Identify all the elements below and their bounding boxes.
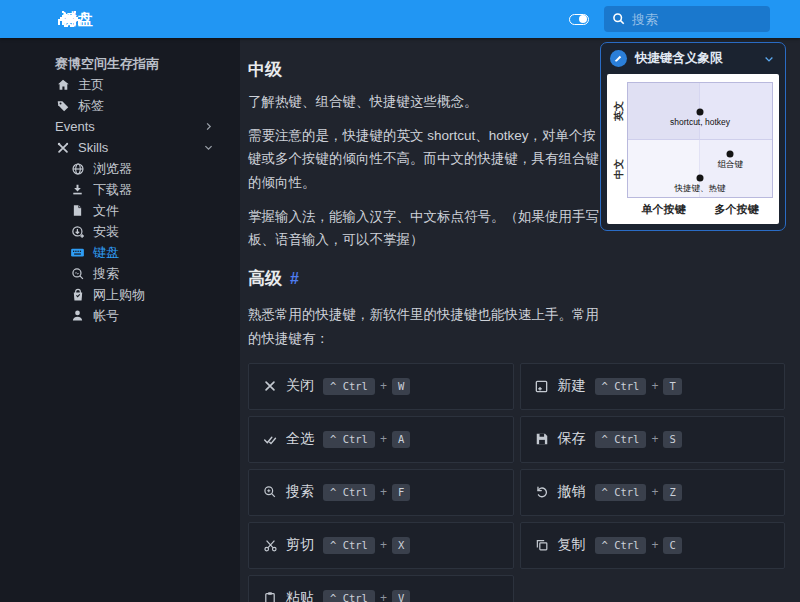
y-axis: 英文 中文 [611,82,627,198]
page-title: 键盘 [62,10,94,29]
tools-icon [55,140,70,155]
sidebar-item-label: 浏览器 [93,160,214,178]
plus-sign: + [651,485,658,499]
app-logo-invader-icon[interactable] [0,11,24,27]
chevron-down-icon[interactable] [763,53,775,65]
point-dot [697,108,704,115]
magnifier-icon [70,266,85,281]
kbd-ctrl: ^ Ctrl [323,484,375,501]
person-icon [70,308,85,323]
shortcut-label: 全选 [286,430,314,448]
x-axis: 单个按键 多个按键 [611,198,773,220]
shortcut-card-copy: 复制 ^ Ctrl + C [520,522,786,569]
kbd-letter: X [392,537,410,554]
search-icon [612,12,626,26]
sidebar-item-label: Skills [78,140,203,155]
sidebar-item-events[interactable]: Events [0,116,240,137]
quadrant-panel-title: 快捷键含义象限 [635,50,763,67]
kbd-ctrl: ^ Ctrl [595,537,647,554]
sidebar-item-label: 下载器 [93,181,214,199]
sidebar-item-keyboard[interactable]: 键盘 [0,242,240,263]
shortcut-label: 保存 [558,430,586,448]
sidebar-item-install[interactable]: 安装 [0,221,240,242]
search-input[interactable] [632,12,762,27]
shortcut-label: 复制 [558,536,586,554]
plus-sign: + [380,538,387,552]
shortcut-label: 粘贴 [286,589,314,602]
y-axis-label-top: 英文 [612,101,626,121]
chevron-down-icon [203,142,214,153]
kbd-ctrl: ^ Ctrl [595,378,647,395]
kbd-letter: S [663,431,681,448]
kbd-ctrl: ^ Ctrl [323,431,375,448]
sidebar-item-downloader[interactable]: 下载器 [0,179,240,200]
sidebar-item-label: 标签 [78,97,214,115]
kbd-letter: V [392,590,410,602]
tag-icon [55,98,70,113]
data-point: shortcut, hotkey [697,108,704,115]
quadrant-plot-area: shortcut, hotkey 组合键 快捷键、热键 [627,82,773,198]
kbd-ctrl: ^ Ctrl [595,484,647,501]
point-label: 快捷键、热键 [675,182,726,194]
new-window-icon [534,378,550,394]
shortcut-label: 撤销 [558,483,586,501]
quadrant-top-left [628,83,700,140]
paragraph: 熟悉常用的快捷键，新软件里的快捷键也能快速上手。常用的快捷键有： [248,303,600,349]
kbd-letter: C [663,537,681,554]
plus-sign: + [651,379,658,393]
scissors-icon [262,537,278,553]
chevron-right-icon [203,121,214,132]
sidebar-item-files[interactable]: 文件 [0,200,240,221]
sidebar-item-search[interactable]: 搜索 [0,263,240,284]
x-axis-label-right: 多个按键 [700,202,773,217]
heading-anchor-link[interactable]: # [290,270,299,287]
quadrant-panel-header[interactable]: 快捷键含义象限 [601,43,785,74]
shortcut-card-new: 新建 ^ Ctrl + T [520,363,786,410]
kbd-ctrl: ^ Ctrl [595,431,647,448]
home-icon [55,77,70,92]
theme-toggle[interactable] [569,14,589,25]
point-label: 组合键 [717,158,743,170]
sidebar-item-shopping[interactable]: 网上购物 [0,284,240,305]
sidebar-item-home[interactable]: 主页 [0,74,240,95]
data-point: 快捷键、热键 [697,174,704,181]
shopping-bag-icon [70,287,85,302]
sidebar-item-label: 帐号 [93,307,214,325]
sidebar-item-label: Events [55,119,203,134]
quadrant-panel-body: 英文 中文 shortcut, hotkey 组合键 [601,74,785,230]
undo-icon [534,484,550,500]
sidebar-item-label: 文件 [93,202,214,220]
heading-text: 高级 [248,269,282,288]
quadrant-chart: 英文 中文 shortcut, hotkey 组合键 [607,74,779,224]
keyboard-icon [70,245,85,260]
x-axis-label-left: 单个按键 [627,202,700,217]
shortcut-card-select-all: 全选 ^ Ctrl + A [248,416,514,463]
shortcut-card-paste: 粘贴 ^ Ctrl + V [248,575,514,602]
shortcut-label: 新建 [558,377,586,395]
app-header: 键盘 [0,0,800,38]
plus-sign: + [380,485,387,499]
close-icon [262,378,278,394]
shortcut-card-save: 保存 ^ Ctrl + S [520,416,786,463]
sidebar-item-browser[interactable]: 浏览器 [0,158,240,179]
kbd-ctrl: ^ Ctrl [323,537,375,554]
point-dot [727,150,734,157]
point-label: shortcut, hotkey [670,116,730,126]
data-point: 组合键 [727,150,734,157]
point-dot [697,174,704,181]
shortcut-label: 关闭 [286,377,314,395]
shortcut-card-undo: 撤销 ^ Ctrl + Z [520,469,786,516]
sidebar-item-account[interactable]: 帐号 [0,305,240,326]
shortcut-card-close: 关闭 ^ Ctrl + W [248,363,514,410]
plus-sign: + [380,379,387,393]
kbd-letter: F [392,484,410,501]
magnifier-plus-icon [262,484,278,500]
paragraph: 需要注意的是，快捷键的英文 shortcut、hotkey，对单个按键或多个按键… [248,124,600,194]
clipboard-icon [262,590,278,602]
search-box[interactable] [604,6,770,32]
sidebar-item-skills[interactable]: Skills [0,137,240,158]
kbd-letter: A [392,431,410,448]
kbd-letter: W [392,378,410,395]
sidebar-item-tags[interactable]: 标签 [0,95,240,116]
sidebar: 赛博空间生存指南 主页 标签 Events Skills 浏览器 [0,38,240,602]
